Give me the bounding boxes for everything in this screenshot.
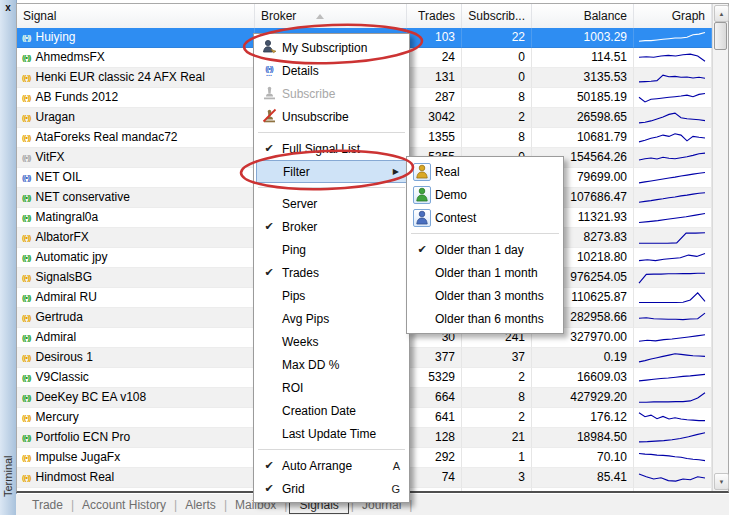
menu-item-gutter [256, 108, 282, 125]
scrollbar-thumb[interactable] [714, 22, 727, 50]
menu-item-max-dd[interactable]: Max DD % [256, 353, 407, 376]
signal-cell: ((•))Uragan [17, 108, 255, 128]
menu-item-contest[interactable]: Contest [409, 206, 561, 229]
column-header-subscrib[interactable]: Subscrib... [462, 4, 532, 28]
filter-submenu: RealDemoContest✔Older than 1 dayOlder th… [406, 156, 564, 334]
balance-cell: 1003.29 [532, 28, 634, 48]
menu-item-grid[interactable]: ✔GridG [256, 477, 407, 500]
signal-cell: ((•))VitFX [17, 148, 255, 168]
menu-item-gutter [409, 209, 435, 227]
signal-status-icon: ((•)) [22, 408, 30, 427]
tab-separator: | [174, 498, 177, 512]
signal-name: Impulse JugaFx [35, 448, 120, 467]
signal-status-icon: ((•)) [22, 188, 30, 207]
signal-status-icon: ((•)) [22, 288, 30, 307]
graph-cell [634, 248, 712, 268]
graph-cell [634, 468, 712, 488]
signal-cell: ((•))Portfolio ECN Pro [17, 428, 255, 448]
signal-cell: ((•))AB Funds 2012 [17, 88, 255, 108]
menu-item-broker[interactable]: ✔Broker [256, 215, 407, 238]
graph-cell [634, 428, 712, 448]
menu-item-label: Older than 1 day [435, 243, 561, 257]
signal-name: Uragan [35, 108, 74, 127]
graph-cell [634, 108, 712, 128]
column-header-balance[interactable]: Balance [532, 4, 634, 28]
signal-name: SignalsBG [35, 268, 92, 287]
signal-name: Huiying [35, 28, 75, 47]
trades-cell [407, 488, 462, 491]
menu-item-details[interactable]: ((•))...Details [256, 59, 407, 82]
menu-item-creation-date[interactable]: Creation Date [256, 399, 407, 422]
menu-item-older-than-6-months[interactable]: Older than 6 months [409, 307, 561, 330]
menu-item-label: Unsubscribe [282, 110, 407, 124]
menu-item-ping[interactable]: Ping [256, 238, 407, 261]
menu-item-server[interactable]: Server [256, 192, 407, 215]
trades-cell: 664 [407, 388, 462, 408]
balance-cell: 427929.20 [532, 388, 634, 408]
menu-item-full-signal-list[interactable]: ✔Full Signal List [256, 137, 407, 160]
graph-cell [634, 148, 712, 168]
graph-cell [634, 488, 712, 491]
column-header-broker[interactable]: Broker [255, 4, 407, 28]
balance-sparkline [636, 189, 708, 207]
menu-item-older-than-3-months[interactable]: Older than 3 months [409, 284, 561, 307]
trades-cell: 3042 [407, 108, 462, 128]
balance-sparkline [636, 49, 708, 67]
menu-item-label: Max DD % [282, 358, 407, 372]
trades-cell: 128 [407, 428, 462, 448]
menu-item-label: Older than 6 months [435, 312, 561, 326]
signal-status-icon: ((•)) [22, 468, 30, 487]
column-header-trades[interactable]: Trades [407, 4, 462, 28]
trades-cell: 5329 [407, 368, 462, 388]
signal-status-icon: ((•)) [22, 108, 30, 127]
signal-status-icon: ((•)) [22, 308, 30, 327]
signal-name: Automatic jpy [35, 248, 107, 267]
subscribers-cell: 1 [462, 448, 532, 468]
subscribers-cell: 2 [462, 108, 532, 128]
menu-item-auto-arrange[interactable]: ✔Auto ArrangeA [256, 454, 407, 477]
scroll-down-button[interactable]: ▼ [714, 473, 729, 490]
balance-sparkline [636, 149, 708, 167]
menu-item-demo[interactable]: Demo [409, 183, 561, 206]
menu-item-roi[interactable]: ROI [256, 376, 407, 399]
menu-item-label: Demo [435, 188, 561, 202]
menu-item-weeks[interactable]: Weeks [256, 330, 407, 353]
signal-cell: ((•))Mercury [17, 408, 255, 428]
column-header-signal[interactable]: Signal [17, 4, 255, 28]
subscribers-cell: 2 [462, 408, 532, 428]
menu-item-trades[interactable]: ✔Trades [256, 261, 407, 284]
scroll-up-button[interactable]: ▲ [714, 5, 729, 22]
trades-cell: 287 [407, 88, 462, 108]
vertical-scrollbar[interactable]: ▲ ▼ [712, 4, 728, 491]
tab-account-history[interactable]: Account History [76, 498, 172, 512]
balance-cell: 10681.79 [532, 128, 634, 148]
balance-sparkline [636, 129, 708, 147]
menu-item-avg-pips[interactable]: Avg Pips [256, 307, 407, 330]
menu-item-my-subscription[interactable]: My Subscription [256, 36, 407, 59]
signal-name: Gertruda [35, 308, 82, 327]
menu-item-unsubscribe[interactable]: Unsubscribe [256, 105, 407, 128]
signal-status-icon: ((•)) [22, 268, 30, 287]
close-button[interactable]: x [0, 1, 16, 15]
signal-status-icon: ((•)) [22, 448, 30, 467]
menu-item-filter[interactable]: Filter▶ [256, 160, 407, 183]
trades-cell: 641 [407, 408, 462, 428]
balance-cell: 70.10 [532, 448, 634, 468]
signal-status-icon: ((•)) [22, 148, 30, 167]
tab-trade[interactable]: Trade [26, 498, 69, 512]
menu-item-label: Creation Date [282, 404, 407, 418]
menu-item-real[interactable]: Real [409, 160, 561, 183]
unsubscribe-icon [262, 108, 277, 125]
menu-item-last-update-time[interactable]: Last Update Time [256, 422, 407, 445]
menu-item-older-than-1-month[interactable]: Older than 1 month [409, 261, 561, 284]
terminal-vertical-label: Terminal [2, 455, 14, 497]
signal-status-icon: ((•)) [22, 248, 30, 267]
menu-item-pips[interactable]: Pips [256, 284, 407, 307]
balance-sparkline [636, 249, 708, 267]
demo-account-icon [413, 186, 431, 204]
tab-separator: | [71, 498, 74, 512]
tab-alerts[interactable]: Alerts [179, 498, 222, 512]
menu-item-gutter [256, 39, 282, 56]
menu-item-older-than-1-day[interactable]: ✔Older than 1 day [409, 238, 561, 261]
column-header-graph[interactable]: Graph [634, 4, 712, 28]
